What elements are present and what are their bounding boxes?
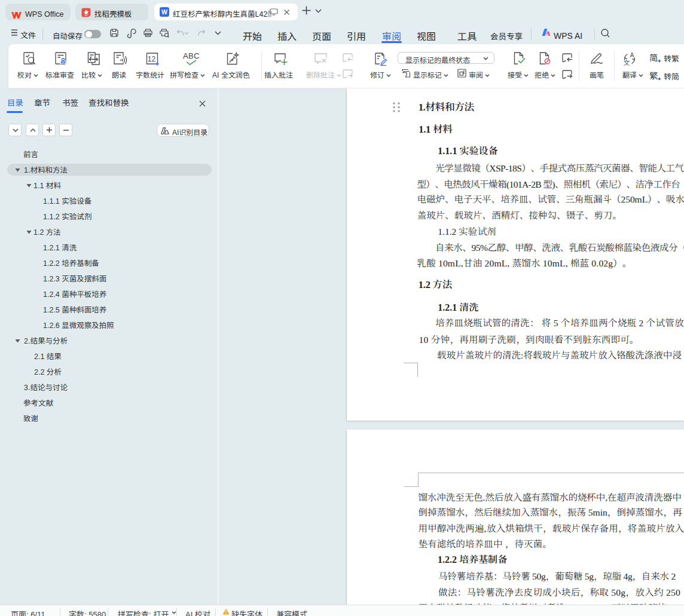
svg-text:文: 文 xyxy=(624,58,630,67)
svg-text:A: A xyxy=(630,52,634,59)
svg-text:12: 12 xyxy=(148,55,156,63)
svg-text:W: W xyxy=(161,8,167,16)
